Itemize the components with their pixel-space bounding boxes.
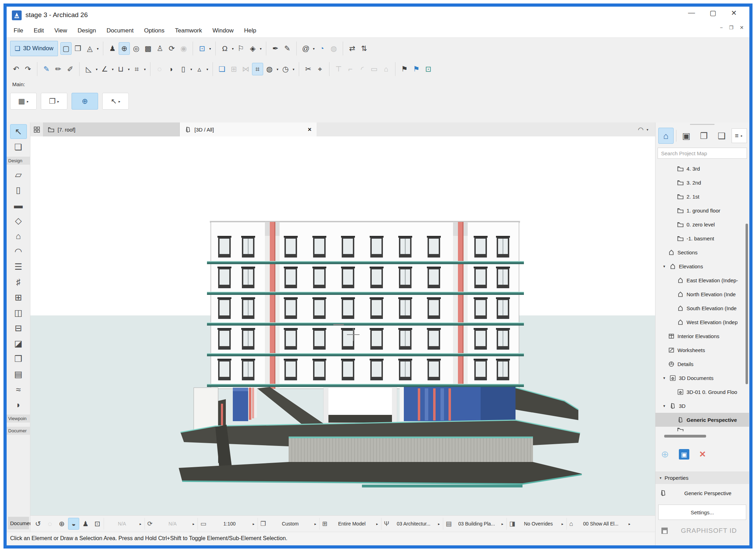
orientation-dropdown[interactable]: ⟳N/A▸	[144, 518, 197, 530]
receive-changes-icon[interactable]: ⇅	[358, 42, 370, 55]
house-icon[interactable]: ⌂	[380, 63, 392, 75]
document-options-button[interactable]: ❐▸	[41, 93, 67, 110]
flag-blue-icon[interactable]: ⚑	[411, 63, 422, 75]
skylight-tool[interactable]: ◪	[10, 336, 27, 351]
turntable-icon[interactable]: ⟳	[166, 42, 177, 55]
grid-icon-dropdown[interactable]: ▾	[143, 67, 147, 71]
orbit-small-icon[interactable]: ◍	[264, 63, 275, 75]
walk-mode-icon[interactable]: ♟	[80, 518, 91, 530]
graphisoft-id-row[interactable]: GRAPHISOFT ID	[655, 524, 749, 538]
tree-item[interactable]: West Elevation (Indep	[655, 315, 749, 329]
tab-roof[interactable]: [7. roof]	[43, 122, 180, 136]
angle-icon[interactable]: ∠	[99, 63, 110, 75]
tree-item[interactable]: Interior Elevations	[655, 329, 749, 343]
teamwork-reserve-icon[interactable]: ◔	[316, 42, 327, 55]
pen-set-dropdown[interactable]: ▤03 Building Pla...▸	[443, 518, 506, 530]
stair-tool[interactable]: ☰	[10, 259, 27, 274]
arrow-tool[interactable]: ↖	[10, 124, 27, 139]
menu-help[interactable]: Help	[244, 27, 256, 34]
window-tool[interactable]: ⊟	[10, 321, 27, 335]
morph-tool[interactable]: ◗	[10, 397, 27, 412]
eye-icon[interactable]: ◉	[178, 42, 189, 55]
tree-item[interactable]: East Elevation (Indep-	[655, 273, 749, 287]
tree-horizontal-scrollbar[interactable]	[664, 435, 706, 438]
doc-minimize-button[interactable]: −	[720, 25, 723, 30]
tab-close-icon[interactable]: ✕	[307, 127, 312, 132]
doc-restore-button[interactable]: ❐	[729, 25, 734, 30]
mesh-tool[interactable]: ≈	[10, 382, 27, 397]
menu-view[interactable]: View	[54, 27, 67, 34]
lock-teal-icon[interactable]: ⊡	[423, 63, 434, 75]
wall-options-button[interactable]: ▦▸	[10, 93, 37, 110]
minimize-button[interactable]: —	[688, 9, 695, 17]
gravity-icon[interactable]: ⚐	[235, 42, 246, 55]
tree-item[interactable]: Worksheets	[655, 343, 749, 357]
menu-edit[interactable]: Edit	[34, 27, 44, 34]
tree-item[interactable]: 1. ground floor	[655, 203, 749, 217]
wall-tool[interactable]: ▱	[10, 167, 27, 182]
view-map-icon[interactable]: ▣	[679, 128, 694, 144]
menu-teamwork[interactable]: Teamwork	[175, 27, 202, 34]
eyedropper-icon[interactable]: ✐	[65, 63, 76, 75]
measure-icon-dropdown[interactable]: ▾	[95, 67, 99, 71]
trim-icon-dropdown[interactable]: ▾	[127, 67, 131, 71]
object-tool[interactable]: ❒	[10, 351, 27, 366]
tree-vertical-scrollbar[interactable]	[746, 224, 748, 384]
droplet-icon[interactable]: ◗	[166, 63, 177, 75]
tree-item[interactable]: Sections	[655, 245, 749, 259]
clock-icon[interactable]: ◷	[280, 63, 291, 75]
measure-icon[interactable]: ◺	[83, 63, 94, 75]
capsule-icon[interactable]: ▯	[178, 63, 189, 75]
project-map-icon[interactable]: ⌂	[658, 128, 674, 144]
parallel-view-icon[interactable]: ❒	[72, 42, 83, 55]
leaf-icon[interactable]: ◌	[154, 63, 165, 75]
transfer-settings-icon[interactable]: ✎	[282, 42, 293, 55]
lock-view-icon-dropdown[interactable]: ▾	[208, 47, 212, 51]
zoom-out-icon[interactable]: ◌	[44, 518, 55, 530]
organizer-button[interactable]: ≡▸	[732, 128, 747, 143]
find-select-icon[interactable]: @	[300, 42, 311, 55]
frame-view-icon[interactable]: ▩	[142, 42, 154, 55]
box-icon[interactable]: ▭	[369, 63, 380, 75]
settings-button[interactable]: Settings...	[658, 505, 746, 520]
publisher-icon[interactable]: ❑	[714, 128, 729, 144]
add-viewpoint-icon[interactable]: ⊕	[661, 449, 669, 460]
roof-tool[interactable]: ⌂	[10, 229, 27, 243]
graphic-override-dropdown[interactable]: ◨No Overrides▸	[506, 518, 566, 530]
magnet-icon-dropdown[interactable]: ▾	[231, 47, 235, 51]
partial-structure-dropdown[interactable]: ⊞Entire Model▸	[319, 518, 380, 530]
renovation-dropdown[interactable]: ⌂00 Show All El...▸	[566, 518, 633, 530]
tree-item[interactable]: Details	[655, 357, 749, 371]
menu-window[interactable]: Window	[213, 27, 234, 34]
arrow-tool-button[interactable]: ↖▸	[102, 93, 129, 110]
corner-icon[interactable]: ⌐	[345, 63, 356, 75]
zoom-level-dropdown[interactable]: N/A▸	[104, 518, 144, 530]
tree-item[interactable]: ▾3D	[655, 399, 749, 413]
properties-header[interactable]: ▾ Properties	[655, 471, 749, 484]
table-icon[interactable]: ⊞	[228, 63, 239, 75]
view-settings-icon[interactable]: ▣	[679, 449, 689, 460]
shell-tool[interactable]: ◠	[10, 244, 27, 259]
favorites-icon[interactable]: ✒	[270, 42, 281, 55]
capsule-icon-dropdown[interactable]: ▾	[189, 67, 193, 71]
tree-item[interactable]: North Elevation (Inde	[655, 287, 749, 301]
curtain-wall-tool[interactable]: ⊞	[10, 290, 27, 305]
tree-item[interactable]: 2. 1st	[655, 189, 749, 203]
guide-lines-icon-dropdown[interactable]: ▾	[259, 47, 263, 51]
snap-grid-icon[interactable]: ⌗	[252, 63, 263, 75]
slab-tool[interactable]: ◇	[10, 213, 27, 228]
marquee-tool[interactable]: ❏	[10, 140, 27, 154]
tree-item[interactable]: -1. basment	[655, 231, 749, 245]
zoom-in-icon[interactable]: ⊕	[56, 518, 67, 530]
tree-item[interactable]: South Elevation (Inde	[655, 301, 749, 315]
tree-item[interactable]: Generic Perspective	[655, 413, 749, 427]
grid-icon[interactable]: ⌗	[131, 63, 142, 75]
menu-file[interactable]: File	[14, 27, 23, 34]
renovation-filter-dropdown[interactable]: ❐Custom▸	[258, 518, 319, 530]
orbit-button[interactable]: ⊕	[72, 93, 98, 110]
perspective-view-icon[interactable]: ▢	[60, 42, 72, 55]
preview-icon[interactable]: ◒	[68, 518, 79, 530]
tree-item[interactable]: ▾3D Documents	[655, 371, 749, 385]
quad-view-icon[interactable]	[30, 122, 43, 136]
fit-in-window-icon[interactable]: ↺	[32, 518, 44, 530]
